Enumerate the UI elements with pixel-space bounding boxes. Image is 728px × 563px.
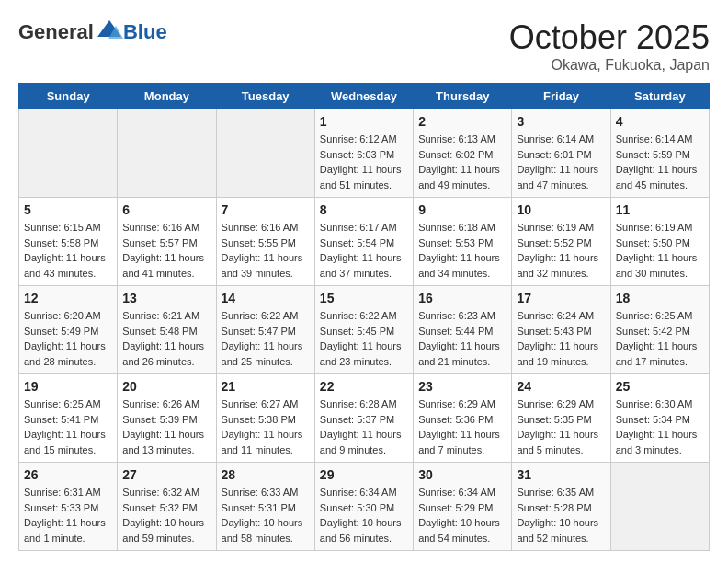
day-info: Sunrise: 6:33 AMSunset: 5:31 PMDaylight:… — [222, 485, 310, 546]
calendar-cell: 27Sunrise: 6:32 AMSunset: 5:32 PMDayligh… — [118, 463, 216, 551]
day-number: 19 — [24, 379, 112, 394]
calendar-cell: 6Sunrise: 6:16 AMSunset: 5:57 PMDaylight… — [118, 198, 216, 286]
calendar-cell — [19, 109, 118, 198]
day-info: Sunrise: 6:14 AMSunset: 5:59 PMDaylight:… — [616, 132, 704, 192]
day-info: Sunrise: 6:18 AMSunset: 5:53 PMDaylight:… — [418, 220, 506, 281]
day-info: Sunrise: 6:24 AMSunset: 5:43 PMDaylight:… — [517, 308, 605, 369]
day-number: 25 — [616, 379, 704, 394]
weekday-header: Wednesday — [314, 84, 413, 109]
day-number: 9 — [418, 202, 506, 217]
day-number: 16 — [418, 291, 506, 305]
calendar-cell — [216, 109, 314, 198]
calendar-cell: 28Sunrise: 6:33 AMSunset: 5:31 PMDayligh… — [216, 463, 314, 551]
day-number: 6 — [122, 202, 210, 217]
day-number: 2 — [418, 114, 506, 129]
day-number: 12 — [24, 291, 112, 305]
day-number: 15 — [320, 291, 408, 305]
logo-icon — [96, 18, 123, 46]
weekday-header: Sunday — [19, 84, 118, 109]
day-info: Sunrise: 6:25 AMSunset: 5:42 PMDaylight:… — [616, 308, 704, 369]
calendar-week-row: 5Sunrise: 6:15 AMSunset: 5:58 PMDaylight… — [19, 198, 710, 286]
day-number: 11 — [616, 202, 704, 217]
day-info: Sunrise: 6:19 AMSunset: 5:52 PMDaylight:… — [517, 220, 605, 281]
logo-blue-text: Blue — [123, 20, 167, 44]
calendar-cell — [118, 109, 216, 198]
day-info: Sunrise: 6:15 AMSunset: 5:58 PMDaylight:… — [24, 220, 112, 281]
day-info: Sunrise: 6:12 AMSunset: 6:03 PMDaylight:… — [320, 132, 408, 192]
day-info: Sunrise: 6:34 AMSunset: 5:29 PMDaylight:… — [418, 485, 506, 546]
day-number: 31 — [517, 467, 605, 482]
calendar-cell: 31Sunrise: 6:35 AMSunset: 5:28 PMDayligh… — [512, 463, 610, 551]
weekday-header: Friday — [512, 84, 610, 109]
day-number: 13 — [122, 291, 210, 305]
day-info: Sunrise: 6:22 AMSunset: 5:45 PMDaylight:… — [320, 308, 408, 369]
day-info: Sunrise: 6:30 AMSunset: 5:34 PMDaylight:… — [616, 396, 704, 457]
month-title: October 2025 — [509, 18, 710, 57]
weekday-header-row: SundayMondayTuesdayWednesdayThursdayFrid… — [19, 84, 710, 109]
day-info: Sunrise: 6:14 AMSunset: 6:01 PMDaylight:… — [517, 132, 605, 192]
calendar-week-row: 26Sunrise: 6:31 AMSunset: 5:33 PMDayligh… — [19, 463, 710, 551]
calendar-cell: 16Sunrise: 6:23 AMSunset: 5:44 PMDayligh… — [414, 286, 512, 374]
day-number: 3 — [517, 114, 605, 129]
weekday-header: Monday — [118, 84, 216, 109]
calendar-cell: 15Sunrise: 6:22 AMSunset: 5:45 PMDayligh… — [314, 286, 413, 374]
calendar-cell: 3Sunrise: 6:14 AMSunset: 6:01 PMDaylight… — [512, 109, 610, 198]
day-info: Sunrise: 6:13 AMSunset: 6:02 PMDaylight:… — [418, 132, 506, 192]
day-info: Sunrise: 6:28 AMSunset: 5:37 PMDaylight:… — [320, 396, 408, 457]
weekday-header: Tuesday — [216, 84, 314, 109]
day-number: 23 — [418, 379, 506, 394]
day-info: Sunrise: 6:25 AMSunset: 5:41 PMDaylight:… — [24, 396, 112, 457]
calendar-cell — [610, 463, 709, 551]
day-info: Sunrise: 6:22 AMSunset: 5:47 PMDaylight:… — [222, 308, 310, 369]
calendar-week-row: 1Sunrise: 6:12 AMSunset: 6:03 PMDaylight… — [19, 109, 710, 198]
logo: General Blue — [18, 18, 167, 46]
day-info: Sunrise: 6:16 AMSunset: 5:55 PMDaylight:… — [222, 220, 310, 281]
day-number: 18 — [616, 291, 704, 305]
calendar-cell: 20Sunrise: 6:26 AMSunset: 5:39 PMDayligh… — [118, 374, 216, 463]
day-info: Sunrise: 6:19 AMSunset: 5:50 PMDaylight:… — [616, 220, 704, 281]
day-info: Sunrise: 6:29 AMSunset: 5:36 PMDaylight:… — [418, 396, 506, 457]
day-info: Sunrise: 6:26 AMSunset: 5:39 PMDaylight:… — [122, 396, 210, 457]
day-number: 7 — [222, 202, 310, 217]
calendar-cell: 11Sunrise: 6:19 AMSunset: 5:50 PMDayligh… — [610, 198, 709, 286]
calendar-cell: 13Sunrise: 6:21 AMSunset: 5:48 PMDayligh… — [118, 286, 216, 374]
day-number: 17 — [517, 291, 605, 305]
calendar-cell: 2Sunrise: 6:13 AMSunset: 6:02 PMDaylight… — [414, 109, 512, 198]
day-number: 21 — [222, 379, 310, 394]
calendar-cell: 29Sunrise: 6:34 AMSunset: 5:30 PMDayligh… — [314, 463, 413, 551]
calendar-cell: 12Sunrise: 6:20 AMSunset: 5:49 PMDayligh… — [19, 286, 118, 374]
day-info: Sunrise: 6:32 AMSunset: 5:32 PMDaylight:… — [122, 485, 210, 546]
day-info: Sunrise: 6:17 AMSunset: 5:54 PMDaylight:… — [320, 220, 408, 281]
day-info: Sunrise: 6:27 AMSunset: 5:38 PMDaylight:… — [222, 396, 310, 457]
calendar-table: SundayMondayTuesdayWednesdayThursdayFrid… — [18, 83, 710, 551]
calendar-cell: 18Sunrise: 6:25 AMSunset: 5:42 PMDayligh… — [610, 286, 709, 374]
day-number: 22 — [320, 379, 408, 394]
calendar-cell: 24Sunrise: 6:29 AMSunset: 5:35 PMDayligh… — [512, 374, 610, 463]
calendar-cell: 5Sunrise: 6:15 AMSunset: 5:58 PMDaylight… — [19, 198, 118, 286]
calendar-cell: 21Sunrise: 6:27 AMSunset: 5:38 PMDayligh… — [216, 374, 314, 463]
day-number: 29 — [320, 467, 408, 482]
calendar-cell: 14Sunrise: 6:22 AMSunset: 5:47 PMDayligh… — [216, 286, 314, 374]
calendar-cell: 1Sunrise: 6:12 AMSunset: 6:03 PMDaylight… — [314, 109, 413, 198]
title-block: October 2025 Okawa, Fukuoka, Japan — [509, 18, 710, 74]
day-number: 20 — [122, 379, 210, 394]
day-number: 28 — [222, 467, 310, 482]
day-number: 26 — [24, 467, 112, 482]
day-info: Sunrise: 6:16 AMSunset: 5:57 PMDaylight:… — [122, 220, 210, 281]
day-info: Sunrise: 6:21 AMSunset: 5:48 PMDaylight:… — [122, 308, 210, 369]
day-number: 27 — [122, 467, 210, 482]
calendar-cell: 9Sunrise: 6:18 AMSunset: 5:53 PMDaylight… — [414, 198, 512, 286]
calendar-cell: 10Sunrise: 6:19 AMSunset: 5:52 PMDayligh… — [512, 198, 610, 286]
day-number: 4 — [616, 114, 704, 129]
weekday-header: Thursday — [414, 84, 512, 109]
calendar-cell: 19Sunrise: 6:25 AMSunset: 5:41 PMDayligh… — [19, 374, 118, 463]
calendar-cell: 22Sunrise: 6:28 AMSunset: 5:37 PMDayligh… — [314, 374, 413, 463]
day-info: Sunrise: 6:31 AMSunset: 5:33 PMDaylight:… — [24, 485, 112, 546]
calendar-cell: 26Sunrise: 6:31 AMSunset: 5:33 PMDayligh… — [19, 463, 118, 551]
day-number: 10 — [517, 202, 605, 217]
day-number: 14 — [222, 291, 310, 305]
day-info: Sunrise: 6:23 AMSunset: 5:44 PMDaylight:… — [418, 308, 506, 369]
calendar-week-row: 19Sunrise: 6:25 AMSunset: 5:41 PMDayligh… — [19, 374, 710, 463]
location-subtitle: Okawa, Fukuoka, Japan — [509, 57, 710, 74]
calendar-cell: 25Sunrise: 6:30 AMSunset: 5:34 PMDayligh… — [610, 374, 709, 463]
